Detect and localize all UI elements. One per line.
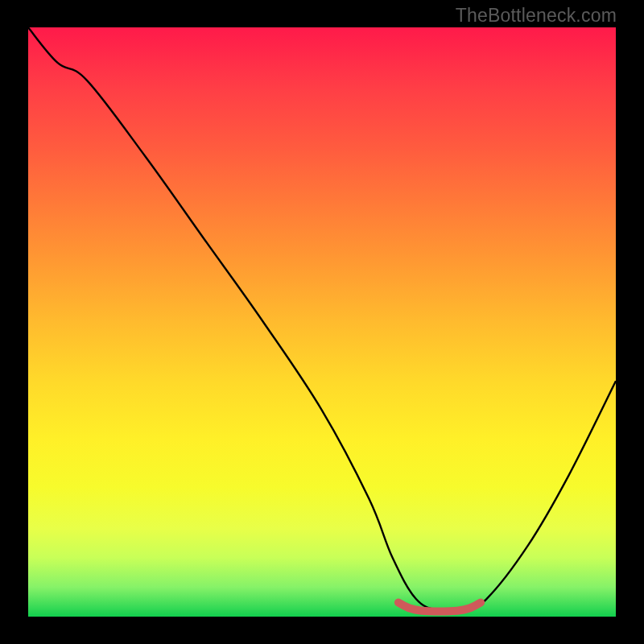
watermark-text: TheBottleneck.com xyxy=(456,5,617,27)
chart-frame: TheBottleneck.com xyxy=(0,0,644,644)
bottleneck-curve xyxy=(28,27,616,613)
chart-plot-area xyxy=(28,27,616,617)
flat-highlight xyxy=(398,602,481,611)
chart-svg xyxy=(28,27,616,617)
